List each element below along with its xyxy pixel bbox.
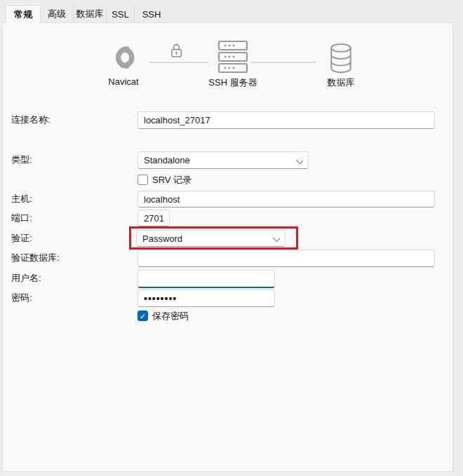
tab-bar: 常规 高级 数据库 SSL SSH: [0, 0, 463, 22]
host-label: 主机:: [11, 191, 32, 208]
database-icon: [326, 41, 356, 77]
diagram-navicat-label: Navicat: [81, 76, 166, 87]
port-label: 端口:: [11, 210, 32, 226]
password-input[interactable]: [137, 290, 275, 307]
diagram-connector-right: [250, 62, 316, 63]
type-select[interactable]: Standalone: [137, 151, 309, 169]
type-select-value: Standalone: [144, 155, 190, 165]
tab-databases-label: 数据库: [76, 8, 104, 20]
authentication-select[interactable]: Password: [136, 230, 286, 247]
srv-record-checkbox[interactable]: [137, 175, 148, 185]
type-label: 类型:: [11, 151, 32, 168]
authentication-label: 验证:: [11, 230, 32, 247]
tab-ssh[interactable]: SSH: [135, 6, 168, 22]
connection-name-label: 连接名称:: [11, 111, 51, 128]
auth-database-label: 验证数据库:: [11, 250, 60, 266]
connection-dialog: 常规 高级 数据库 SSL SSH Navicat: [0, 0, 463, 476]
srv-record-label: SRV 记录: [152, 175, 192, 186]
tab-ssl[interactable]: SSL: [107, 6, 135, 22]
general-tab-panel: Navicat SSH 服务器: [2, 22, 453, 472]
tab-ssl-label: SSL: [112, 9, 129, 20]
tab-general[interactable]: 常规: [6, 5, 41, 23]
diagram-connector-left: [149, 62, 208, 63]
tab-advanced-label: 高级: [48, 8, 66, 20]
chevron-down-icon: [297, 158, 302, 163]
chevron-down-icon: [274, 236, 279, 241]
username-label: 用户名:: [11, 270, 41, 287]
port-input[interactable]: [137, 210, 170, 226]
connection-name-input[interactable]: [137, 111, 435, 129]
diagram-ssh-server-label: SSH 服务器: [191, 76, 275, 89]
auth-database-input[interactable]: [137, 250, 435, 267]
username-input[interactable]: [137, 270, 275, 288]
save-password-checkbox[interactable]: [137, 311, 148, 321]
save-password-label: 保存密码: [152, 311, 189, 322]
lock-icon: [168, 42, 184, 61]
password-label: 密码:: [11, 290, 32, 306]
navicat-logo-icon: [107, 41, 140, 76]
authentication-select-value: Password: [142, 233, 182, 244]
diagram-database-label: 数据库: [299, 76, 383, 89]
tab-ssh-label: SSH: [142, 9, 161, 20]
host-input[interactable]: [137, 191, 435, 208]
ssh-server-icon: [216, 39, 250, 78]
tab-advanced[interactable]: 高级: [41, 6, 74, 22]
tab-general-label: 常规: [14, 8, 32, 21]
tab-databases[interactable]: 数据库: [74, 6, 107, 22]
